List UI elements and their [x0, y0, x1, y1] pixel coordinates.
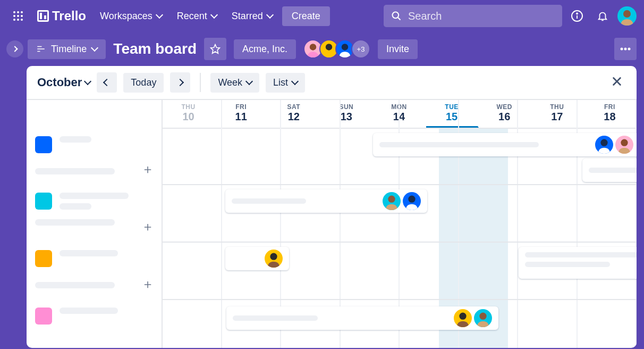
info-icon[interactable]	[566, 5, 588, 27]
svg-point-4	[17, 15, 19, 17]
svg-point-33	[479, 313, 486, 320]
span-selector[interactable]: Week	[210, 73, 259, 93]
card-member-avatar	[403, 192, 421, 210]
card-member-avatar	[474, 309, 492, 327]
lane-header[interactable]	[27, 300, 163, 336]
nav-workspaces[interactable]: Workspaces	[95, 6, 167, 26]
chevron-down-icon	[291, 78, 299, 85]
day-column: FRI18	[584, 100, 637, 128]
list-icon	[35, 193, 52, 210]
svg-point-8	[21, 19, 23, 21]
board-bar: Timeline Team board Acme, Inc. +3 Invite	[0, 32, 644, 66]
nav-recent[interactable]: Recent	[172, 6, 222, 26]
chevron-down-icon	[84, 78, 91, 85]
svg-point-32	[459, 313, 466, 320]
svg-point-3	[13, 15, 15, 17]
lane-header[interactable]: ＋	[27, 185, 163, 243]
timeline-panel: October Today Week List ＋	[27, 66, 637, 348]
card-member-avatar	[383, 192, 401, 210]
svg-point-2	[21, 11, 23, 13]
timeline-card[interactable]	[225, 189, 427, 213]
apps-switcher-icon[interactable]	[7, 5, 29, 27]
svg-point-24	[628, 48, 631, 51]
lane-track[interactable]	[163, 243, 637, 300]
card-member-avatar	[615, 136, 633, 154]
chevron-left-icon	[103, 79, 111, 86]
lane-header[interactable]: ＋	[27, 243, 163, 300]
brand-logo[interactable]: Trello	[33, 9, 90, 23]
search-icon	[391, 11, 402, 21]
svg-point-7	[17, 19, 19, 21]
card-member-avatar	[265, 250, 283, 268]
prev-button[interactable]	[97, 72, 117, 93]
timeline-card[interactable]	[582, 159, 637, 182]
close-icon	[611, 76, 623, 87]
invite-button[interactable]: Invite	[378, 39, 418, 59]
month-selector[interactable]: October	[37, 76, 90, 89]
more-icon	[620, 47, 631, 51]
day-column: THU17	[531, 100, 584, 128]
next-button[interactable]	[170, 72, 190, 93]
svg-point-28	[621, 139, 628, 146]
workspace-button[interactable]: Acme, Inc.	[234, 39, 296, 59]
timeline-icon	[36, 44, 46, 54]
chevron-down-icon	[245, 78, 253, 85]
nav-starred[interactable]: Starred	[226, 6, 278, 26]
search-box[interactable]	[384, 5, 562, 27]
search-input[interactable]	[408, 10, 555, 22]
svg-point-14	[623, 10, 631, 18]
svg-point-23	[624, 48, 627, 51]
svg-point-21	[342, 44, 348, 50]
board-menu-button[interactable]	[614, 38, 637, 60]
top-bar: Trello Workspaces Recent Starred Create	[0, 0, 644, 32]
add-card-button[interactable]: ＋	[141, 218, 154, 235]
divider	[200, 73, 201, 92]
lane-track[interactable]	[163, 300, 637, 336]
lane-track[interactable]	[163, 185, 637, 243]
svg-point-20	[326, 44, 332, 50]
svg-point-19	[310, 44, 316, 50]
board-title[interactable]: Team board	[113, 40, 197, 57]
svg-marker-18	[211, 45, 220, 54]
timeline-header: October Today Week List	[27, 66, 637, 100]
view-switcher[interactable]: Timeline	[28, 39, 106, 59]
group-selector[interactable]: List	[266, 73, 305, 93]
timeline-card[interactable]	[519, 247, 637, 279]
add-card-button[interactable]: ＋	[141, 161, 154, 178]
sidebar-expand-icon[interactable]	[6, 40, 23, 57]
day-column: FRI11	[215, 100, 268, 128]
notifications-icon[interactable]	[592, 5, 613, 27]
svg-point-30	[408, 196, 415, 203]
add-card-button[interactable]: ＋	[141, 276, 154, 293]
close-button[interactable]	[608, 72, 626, 93]
timeline-card[interactable]	[373, 133, 637, 156]
svg-point-0	[13, 11, 15, 13]
card-member-avatar	[595, 136, 613, 154]
timeline-card[interactable]	[225, 247, 289, 270]
star-button[interactable]	[204, 38, 226, 60]
day-column: THU10	[163, 100, 215, 128]
today-button[interactable]: Today	[123, 73, 164, 93]
board-members[interactable]: +3	[303, 39, 370, 59]
svg-point-1	[17, 11, 19, 13]
card-member-avatar	[454, 309, 472, 327]
trello-icon	[37, 10, 49, 22]
timeline-card[interactable]	[226, 306, 498, 330]
timeline-grid[interactable]: THU10 FRI11 SAT12 SUN13 MON14 TUE15 WED1…	[163, 100, 637, 348]
lane-track[interactable]	[163, 129, 637, 185]
svg-point-27	[600, 139, 607, 146]
brand-name: Trello	[52, 9, 86, 23]
star-icon	[210, 44, 221, 54]
day-column-today: TUE15	[426, 100, 479, 128]
user-avatar[interactable]	[617, 6, 637, 26]
member-overflow[interactable]: +3	[351, 39, 370, 59]
chevron-right-icon	[176, 79, 184, 86]
day-header: THU10 FRI11 SAT12 SUN13 MON14 TUE15 WED1…	[163, 100, 637, 129]
chevron-down-icon	[156, 11, 163, 19]
chevron-down-icon	[91, 44, 98, 52]
day-column: WED16	[479, 100, 531, 128]
list-icon	[35, 250, 52, 267]
lane-header[interactable]: ＋	[27, 129, 163, 185]
lane-list: ＋ ＋ ＋	[27, 100, 163, 348]
create-button[interactable]: Create	[282, 6, 330, 26]
